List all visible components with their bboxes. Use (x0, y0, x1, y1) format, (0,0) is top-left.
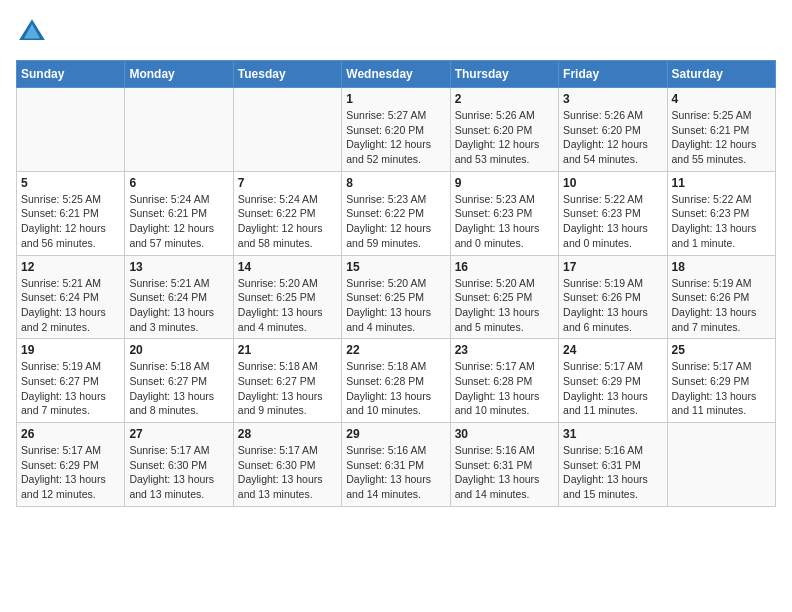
calendar-cell: 20Sunrise: 5:18 AM Sunset: 6:27 PM Dayli… (125, 339, 233, 423)
day-info: Sunrise: 5:21 AM Sunset: 6:24 PM Dayligh… (21, 276, 120, 335)
calendar-cell: 25Sunrise: 5:17 AM Sunset: 6:29 PM Dayli… (667, 339, 775, 423)
day-info: Sunrise: 5:23 AM Sunset: 6:22 PM Dayligh… (346, 192, 445, 251)
day-info: Sunrise: 5:25 AM Sunset: 6:21 PM Dayligh… (672, 108, 771, 167)
calendar-cell: 26Sunrise: 5:17 AM Sunset: 6:29 PM Dayli… (17, 423, 125, 507)
day-info: Sunrise: 5:21 AM Sunset: 6:24 PM Dayligh… (129, 276, 228, 335)
day-number: 10 (563, 176, 662, 190)
calendar-cell: 12Sunrise: 5:21 AM Sunset: 6:24 PM Dayli… (17, 255, 125, 339)
calendar-cell (233, 88, 341, 172)
header-row: SundayMondayTuesdayWednesdayThursdayFrid… (17, 61, 776, 88)
calendar-cell: 29Sunrise: 5:16 AM Sunset: 6:31 PM Dayli… (342, 423, 450, 507)
day-info: Sunrise: 5:24 AM Sunset: 6:21 PM Dayligh… (129, 192, 228, 251)
calendar-cell: 24Sunrise: 5:17 AM Sunset: 6:29 PM Dayli… (559, 339, 667, 423)
day-info: Sunrise: 5:17 AM Sunset: 6:29 PM Dayligh… (672, 359, 771, 418)
week-row-2: 12Sunrise: 5:21 AM Sunset: 6:24 PM Dayli… (17, 255, 776, 339)
day-number: 19 (21, 343, 120, 357)
header-monday: Monday (125, 61, 233, 88)
day-info: Sunrise: 5:22 AM Sunset: 6:23 PM Dayligh… (563, 192, 662, 251)
day-number: 31 (563, 427, 662, 441)
day-number: 8 (346, 176, 445, 190)
day-number: 27 (129, 427, 228, 441)
day-number: 21 (238, 343, 337, 357)
calendar-cell: 22Sunrise: 5:18 AM Sunset: 6:28 PM Dayli… (342, 339, 450, 423)
day-info: Sunrise: 5:17 AM Sunset: 6:30 PM Dayligh… (129, 443, 228, 502)
day-number: 14 (238, 260, 337, 274)
page-header (16, 16, 776, 48)
day-number: 5 (21, 176, 120, 190)
day-info: Sunrise: 5:24 AM Sunset: 6:22 PM Dayligh… (238, 192, 337, 251)
calendar-cell: 13Sunrise: 5:21 AM Sunset: 6:24 PM Dayli… (125, 255, 233, 339)
calendar-cell: 1Sunrise: 5:27 AM Sunset: 6:20 PM Daylig… (342, 88, 450, 172)
calendar-cell: 16Sunrise: 5:20 AM Sunset: 6:25 PM Dayli… (450, 255, 558, 339)
day-number: 4 (672, 92, 771, 106)
day-info: Sunrise: 5:16 AM Sunset: 6:31 PM Dayligh… (455, 443, 554, 502)
calendar-cell: 8Sunrise: 5:23 AM Sunset: 6:22 PM Daylig… (342, 171, 450, 255)
day-number: 1 (346, 92, 445, 106)
day-number: 25 (672, 343, 771, 357)
day-number: 30 (455, 427, 554, 441)
calendar-cell: 23Sunrise: 5:17 AM Sunset: 6:28 PM Dayli… (450, 339, 558, 423)
header-wednesday: Wednesday (342, 61, 450, 88)
day-number: 17 (563, 260, 662, 274)
day-number: 3 (563, 92, 662, 106)
calendar-cell: 14Sunrise: 5:20 AM Sunset: 6:25 PM Dayli… (233, 255, 341, 339)
calendar-cell: 9Sunrise: 5:23 AM Sunset: 6:23 PM Daylig… (450, 171, 558, 255)
day-info: Sunrise: 5:17 AM Sunset: 6:28 PM Dayligh… (455, 359, 554, 418)
calendar-cell: 10Sunrise: 5:22 AM Sunset: 6:23 PM Dayli… (559, 171, 667, 255)
day-number: 24 (563, 343, 662, 357)
calendar-cell: 31Sunrise: 5:16 AM Sunset: 6:31 PM Dayli… (559, 423, 667, 507)
day-number: 9 (455, 176, 554, 190)
day-number: 20 (129, 343, 228, 357)
day-info: Sunrise: 5:17 AM Sunset: 6:30 PM Dayligh… (238, 443, 337, 502)
day-info: Sunrise: 5:23 AM Sunset: 6:23 PM Dayligh… (455, 192, 554, 251)
calendar-cell: 7Sunrise: 5:24 AM Sunset: 6:22 PM Daylig… (233, 171, 341, 255)
day-info: Sunrise: 5:17 AM Sunset: 6:29 PM Dayligh… (563, 359, 662, 418)
day-number: 23 (455, 343, 554, 357)
day-info: Sunrise: 5:19 AM Sunset: 6:27 PM Dayligh… (21, 359, 120, 418)
calendar-cell: 15Sunrise: 5:20 AM Sunset: 6:25 PM Dayli… (342, 255, 450, 339)
day-info: Sunrise: 5:27 AM Sunset: 6:20 PM Dayligh… (346, 108, 445, 167)
calendar-cell: 2Sunrise: 5:26 AM Sunset: 6:20 PM Daylig… (450, 88, 558, 172)
day-number: 22 (346, 343, 445, 357)
calendar-cell: 11Sunrise: 5:22 AM Sunset: 6:23 PM Dayli… (667, 171, 775, 255)
calendar-table: SundayMondayTuesdayWednesdayThursdayFrid… (16, 60, 776, 507)
day-info: Sunrise: 5:18 AM Sunset: 6:27 PM Dayligh… (129, 359, 228, 418)
header-friday: Friday (559, 61, 667, 88)
calendar-cell: 27Sunrise: 5:17 AM Sunset: 6:30 PM Dayli… (125, 423, 233, 507)
day-number: 2 (455, 92, 554, 106)
day-number: 12 (21, 260, 120, 274)
day-info: Sunrise: 5:26 AM Sunset: 6:20 PM Dayligh… (455, 108, 554, 167)
day-number: 18 (672, 260, 771, 274)
day-info: Sunrise: 5:16 AM Sunset: 6:31 PM Dayligh… (346, 443, 445, 502)
header-sunday: Sunday (17, 61, 125, 88)
calendar-cell: 3Sunrise: 5:26 AM Sunset: 6:20 PM Daylig… (559, 88, 667, 172)
day-info: Sunrise: 5:26 AM Sunset: 6:20 PM Dayligh… (563, 108, 662, 167)
day-number: 26 (21, 427, 120, 441)
calendar-cell: 4Sunrise: 5:25 AM Sunset: 6:21 PM Daylig… (667, 88, 775, 172)
week-row-4: 26Sunrise: 5:17 AM Sunset: 6:29 PM Dayli… (17, 423, 776, 507)
header-saturday: Saturday (667, 61, 775, 88)
day-info: Sunrise: 5:18 AM Sunset: 6:27 PM Dayligh… (238, 359, 337, 418)
calendar-cell: 19Sunrise: 5:19 AM Sunset: 6:27 PM Dayli… (17, 339, 125, 423)
logo-icon (16, 16, 48, 48)
day-info: Sunrise: 5:20 AM Sunset: 6:25 PM Dayligh… (238, 276, 337, 335)
week-row-3: 19Sunrise: 5:19 AM Sunset: 6:27 PM Dayli… (17, 339, 776, 423)
day-number: 28 (238, 427, 337, 441)
day-info: Sunrise: 5:19 AM Sunset: 6:26 PM Dayligh… (563, 276, 662, 335)
day-number: 13 (129, 260, 228, 274)
logo (16, 16, 52, 48)
day-number: 7 (238, 176, 337, 190)
week-row-0: 1Sunrise: 5:27 AM Sunset: 6:20 PM Daylig… (17, 88, 776, 172)
day-info: Sunrise: 5:20 AM Sunset: 6:25 PM Dayligh… (455, 276, 554, 335)
calendar-cell (17, 88, 125, 172)
day-number: 15 (346, 260, 445, 274)
calendar-cell: 21Sunrise: 5:18 AM Sunset: 6:27 PM Dayli… (233, 339, 341, 423)
calendar-cell: 6Sunrise: 5:24 AM Sunset: 6:21 PM Daylig… (125, 171, 233, 255)
calendar-cell: 5Sunrise: 5:25 AM Sunset: 6:21 PM Daylig… (17, 171, 125, 255)
calendar-cell: 17Sunrise: 5:19 AM Sunset: 6:26 PM Dayli… (559, 255, 667, 339)
day-number: 16 (455, 260, 554, 274)
week-row-1: 5Sunrise: 5:25 AM Sunset: 6:21 PM Daylig… (17, 171, 776, 255)
day-info: Sunrise: 5:18 AM Sunset: 6:28 PM Dayligh… (346, 359, 445, 418)
day-info: Sunrise: 5:19 AM Sunset: 6:26 PM Dayligh… (672, 276, 771, 335)
calendar-cell (125, 88, 233, 172)
